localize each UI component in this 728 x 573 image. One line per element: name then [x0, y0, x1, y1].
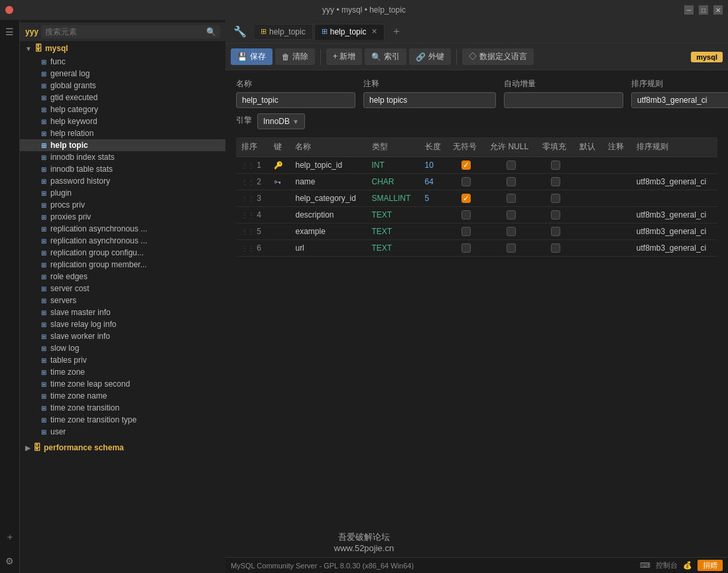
col-nullable-cell[interactable] — [485, 157, 537, 174]
maximize-button[interactable]: □ — [699, 5, 708, 15]
sidebar-table-item[interactable]: ⊞slave master info — [20, 306, 225, 318]
collation-input[interactable] — [631, 92, 728, 108]
save-button[interactable]: 💾 保存 — [231, 48, 273, 65]
name-input[interactable] — [236, 92, 355, 108]
sidebar-table-item[interactable]: ⊞time zone leap second — [20, 378, 225, 390]
donate-button[interactable]: 捐赠 — [698, 560, 723, 571]
col-unsigned-cell[interactable] — [448, 174, 485, 190]
sidebar-table-item[interactable]: ⊞innodb index stats — [20, 151, 225, 163]
col-nullable-cell[interactable] — [485, 174, 537, 190]
col-unsigned-cell[interactable]: ✓ — [448, 190, 485, 207]
col-zerofill-cell[interactable] — [537, 240, 574, 257]
clear-button[interactable]: 🗑 清除 — [275, 48, 315, 65]
sidebar-table-item[interactable]: ⊞general log — [20, 68, 225, 80]
connection-icon[interactable]: ☰ — [3, 25, 17, 38]
col-zerofill-cell[interactable] — [537, 190, 574, 207]
sidebar-table-item[interactable]: ⊞proxies priv — [20, 211, 225, 223]
nullable-checkbox[interactable] — [507, 160, 516, 170]
sidebar-table-item[interactable]: ⊞tables priv — [20, 354, 225, 366]
zerofill-checkbox[interactable] — [551, 227, 560, 236]
sidebar-table-item[interactable]: ⊞password history — [20, 175, 225, 187]
add-icon[interactable]: ＋ — [3, 531, 17, 544]
tab2-close[interactable]: ✕ — [371, 27, 377, 36]
drag-handle[interactable]: ⋮⋮ 6 — [236, 240, 269, 257]
col-nullable-cell[interactable] — [485, 190, 537, 207]
nullable-checkbox[interactable] — [507, 177, 516, 186]
sidebar-table-item[interactable]: ⊞replication asynchronous ... — [20, 223, 225, 235]
drag-handle[interactable]: ⋮⋮ 5 — [236, 223, 269, 240]
sidebar-table-item[interactable]: ⊞time zone — [20, 366, 225, 378]
nullable-checkbox[interactable] — [507, 210, 516, 220]
zerofill-checkbox[interactable] — [551, 160, 560, 170]
settings-icon[interactable]: ⚙ — [3, 554, 17, 568]
unsigned-checkbox[interactable] — [461, 227, 471, 236]
db-label[interactable]: ▼ 🗄 mysql — [20, 41, 225, 56]
sidebar-table-item[interactable]: ⊞server cost — [20, 283, 225, 294]
sidebar-table-item[interactable]: ⊞innodb table stats — [20, 163, 225, 175]
sidebar-table-item[interactable]: ⊞time zone transition type — [20, 414, 225, 426]
tab-2[interactable]: ⊞ help_topic ✕ — [314, 24, 385, 40]
sidebar-table-item[interactable]: ⊞replication asynchronous ... — [20, 235, 225, 247]
sidebar-table-item[interactable]: ⊞role edges — [20, 271, 225, 283]
search-box[interactable]: 🔍 — [41, 25, 220, 38]
nullable-checkbox[interactable] — [507, 243, 516, 253]
tab-add-button[interactable]: ＋ — [386, 22, 407, 41]
perf-schema-label[interactable]: ▶ 🗄 performance schema — [20, 440, 225, 455]
zerofill-checkbox[interactable] — [551, 177, 560, 186]
auto-inc-input[interactable] — [504, 92, 623, 108]
zerofill-checkbox[interactable] — [551, 243, 560, 253]
sidebar-table-item[interactable]: ⊞help category — [20, 103, 225, 115]
sidebar-table-item[interactable]: ⊞time zone name — [20, 390, 225, 402]
unsigned-checkbox[interactable]: ✓ — [461, 194, 471, 203]
sidebar-table-item[interactable]: ⊞slave worker info — [20, 330, 225, 342]
sidebar-table-item[interactable]: ⊞help topic — [20, 139, 225, 151]
sidebar-table-item[interactable]: ⊞replication group member... — [20, 259, 225, 271]
unsigned-checkbox[interactable]: ✓ — [461, 160, 471, 170]
sidebar-table-item[interactable]: ⊞procs priv — [20, 199, 225, 211]
minimize-button[interactable]: ─ — [684, 5, 694, 15]
unsigned-checkbox[interactable] — [461, 243, 471, 253]
col-unsigned-cell[interactable] — [448, 207, 485, 223]
col-unsigned-cell[interactable] — [448, 240, 485, 257]
col-zerofill-cell[interactable] — [537, 223, 574, 240]
col-nullable-cell[interactable] — [485, 223, 537, 240]
engine-select[interactable]: InnoDB ▼ — [257, 113, 305, 129]
col-zerofill-cell[interactable] — [537, 174, 574, 190]
fk-button[interactable]: 🔗 外键 — [409, 48, 451, 65]
unsigned-checkbox[interactable] — [461, 177, 471, 186]
col-nullable-cell[interactable] — [485, 207, 537, 223]
drag-handle[interactable]: ⋮⋮ 1 — [236, 157, 269, 174]
sidebar-table-item[interactable]: ⊞slave relay log info — [20, 318, 225, 330]
drag-handle[interactable]: ⋮⋮ 3 — [236, 190, 269, 207]
sidebar-table-item[interactable]: ⊞servers — [20, 294, 225, 306]
sidebar-table-item[interactable]: ⊞time zone transition — [20, 402, 225, 414]
unsigned-checkbox[interactable] — [461, 210, 471, 220]
sidebar-table-item[interactable]: ⊞user — [20, 426, 225, 438]
zerofill-checkbox[interactable] — [551, 210, 560, 220]
sidebar-table-item[interactable]: ⊞help relation — [20, 127, 225, 139]
sidebar-table-item[interactable]: ⊞plugin — [20, 187, 225, 199]
search-input[interactable] — [45, 27, 206, 36]
sidebar-table-item[interactable]: ⊞replication group configu... — [20, 247, 225, 259]
ddl-button[interactable]: ◇ 数据定义语言 — [462, 48, 533, 65]
tool-icon[interactable]: 🔧 — [228, 23, 252, 40]
col-unsigned-cell[interactable] — [448, 223, 485, 240]
nullable-checkbox[interactable] — [507, 227, 516, 236]
zerofill-checkbox[interactable] — [551, 194, 560, 203]
col-zerofill-cell[interactable] — [537, 207, 574, 223]
index-button[interactable]: 🔍 索引 — [365, 48, 406, 65]
col-zerofill-cell[interactable] — [537, 157, 574, 174]
sidebar-table-item[interactable]: ⊞help keyword — [20, 115, 225, 127]
drag-handle[interactable]: ⋮⋮ 4 — [236, 207, 269, 223]
nullable-checkbox[interactable] — [507, 194, 516, 203]
sidebar-table-item[interactable]: ⊞slow log — [20, 342, 225, 354]
sidebar-table-item[interactable]: ⊞global grants — [20, 80, 225, 92]
col-nullable-cell[interactable] — [485, 240, 537, 257]
close-button[interactable]: ✕ — [713, 5, 723, 15]
drag-handle[interactable]: ⋮⋮ 2 — [236, 174, 269, 190]
new-button[interactable]: + 新增 — [326, 48, 362, 65]
col-unsigned-cell[interactable]: ✓ — [448, 157, 485, 174]
sidebar-table-item[interactable]: ⊞gtid executed — [20, 92, 225, 103]
sidebar-table-item[interactable]: ⊞func — [20, 56, 225, 68]
comment-input[interactable] — [363, 92, 496, 108]
